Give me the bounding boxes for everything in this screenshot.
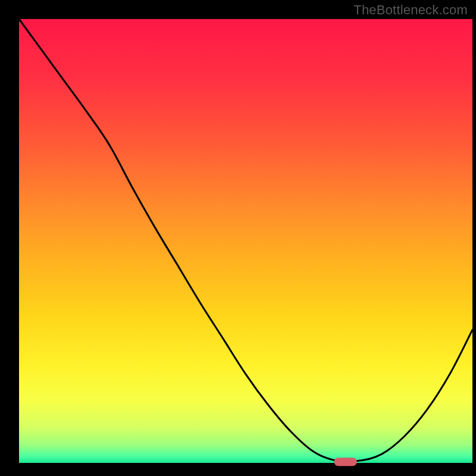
optimum-marker — [334, 458, 357, 466]
watermark-text: TheBottleneck.com — [353, 2, 468, 18]
bottleneck-chart — [0, 0, 476, 476]
plot-gradient-area — [19, 19, 472, 463]
chart-svg — [0, 0, 476, 476]
